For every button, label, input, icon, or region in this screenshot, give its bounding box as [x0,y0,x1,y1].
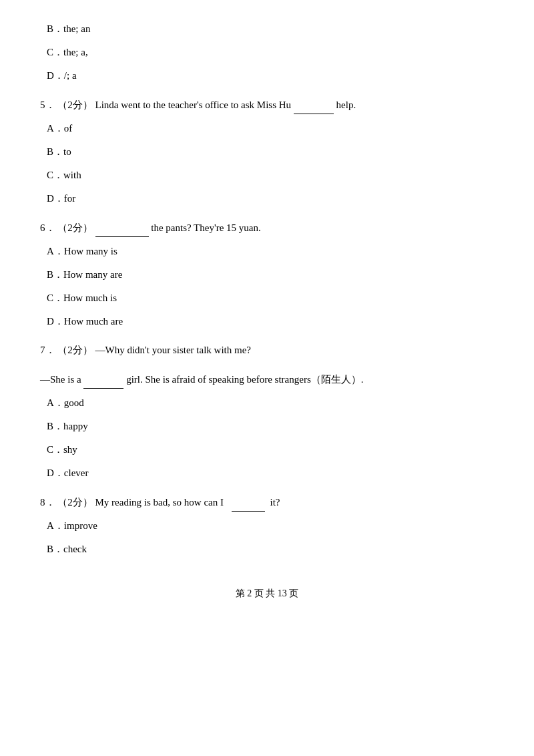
option-b-thean: B．the; an [47,20,494,38]
question-6: 6． （2分） the pants? They're 15 yuan. [40,218,494,237]
question-7-score: （2分） [57,345,93,355]
option-7d: D．clever [47,464,494,482]
option-d-slasha-label: D．/; a [47,70,77,81]
question-5-text: Linda went to the teacher's office to as… [95,100,294,110]
question-7-number: 7． [40,345,55,355]
question-5-text-after: help. [336,100,356,110]
option-7d-label: D．clever [47,467,88,478]
option-7a-label: A．good [47,397,84,408]
question-8: 8． （2分） My reading is bad, so how can I … [40,493,494,512]
question-5-score: （2分） [57,100,93,110]
option-5c-label: C．with [47,170,81,180]
question-5-blank [294,96,334,114]
option-7a: A．good [47,394,494,412]
question-5: 5． （2分） Linda went to the teacher's offi… [40,96,494,114]
option-6c: C．How much is [47,289,494,307]
question-8-number: 8． [40,497,55,508]
question-5-number: 5． [40,100,55,110]
question-6-score: （2分） [57,222,93,233]
option-5d: D．for [47,190,494,208]
question-7: 7． （2分） —Why didn't your sister talk wit… [40,341,494,359]
option-8b: B．check [47,540,494,558]
question-7-sub-text-before: —She is a [40,374,83,385]
option-7c-label: C．shy [47,444,77,455]
question-8-score: （2分） [57,497,93,508]
option-8a-label: A．improve [47,520,97,531]
option-6a-label: A．How many is [47,246,117,256]
question-7-sub: —She is a girl. She is afraid of speakin… [40,370,494,389]
option-5b: B．to [47,143,494,161]
option-6b: B．How many are [47,266,494,284]
page-footer-text: 第 2 页 共 13 页 [236,588,299,598]
question-6-text-after: the pants? They're 15 yuan. [151,222,260,233]
question-8-blank [232,493,265,512]
question-8-text-after: it? [270,497,280,508]
option-7c: C．shy [47,441,494,459]
question-8-text-before: My reading is bad, so how can I [95,497,224,508]
option-6d-label: D．How much are [47,316,123,327]
question-6-blank [95,218,149,237]
option-5a-label: A．of [47,123,72,134]
option-5c: C．with [47,166,494,184]
option-7b: B．happy [47,417,494,435]
option-8a: A．improve [47,517,494,535]
option-d-slasha: D．/; a [47,67,494,85]
question-7-sub-text-after: girl. She is afraid of speaking before s… [126,374,363,385]
option-6d: D．How much are [47,313,494,331]
question-7-text: —Why didn't your sister talk with me? [95,345,252,355]
page-footer: 第 2 页 共 13 页 [40,585,494,602]
option-c-thea-label: C．the; a, [47,47,88,57]
question-7-blank [83,370,123,389]
option-8b-label: B．check [47,544,87,554]
option-6b-label: B．How many are [47,269,122,280]
option-5b-label: B．to [47,146,71,157]
option-b-thean-label: B．the; an [47,23,90,34]
option-6a: A．How many is [47,242,494,260]
option-5d-label: D．for [47,193,75,204]
question-6-number: 6． [40,222,55,233]
option-7b-label: B．happy [47,421,88,431]
option-6c-label: C．How much is [47,293,117,303]
option-5a: A．of [47,120,494,138]
option-c-thea: C．the; a, [47,43,494,61]
